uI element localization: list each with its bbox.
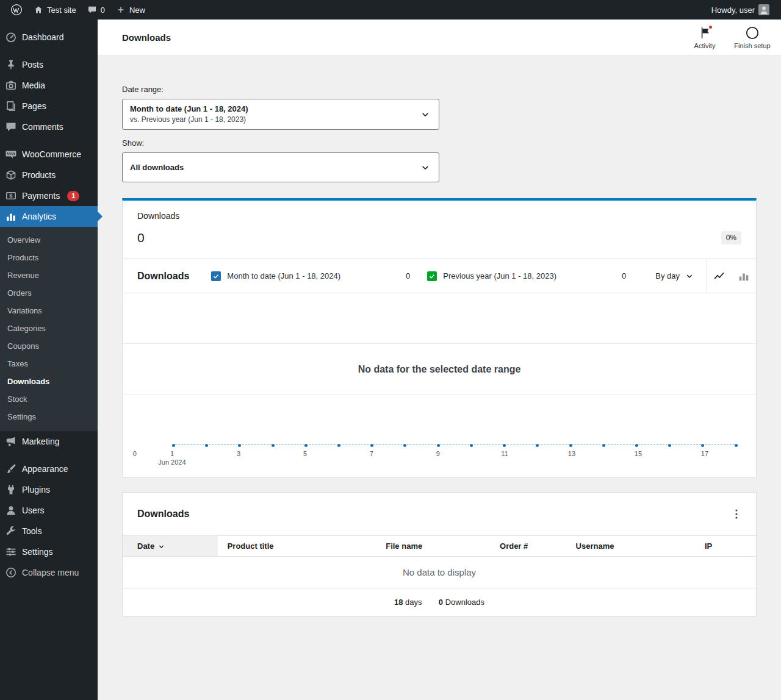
submenu-item-variations[interactable]: Variations (0, 302, 98, 320)
sort-descending-icon (157, 543, 165, 551)
activity-label: Activity (694, 42, 716, 49)
settings-icon (5, 546, 17, 558)
table-row: No data to display (123, 557, 756, 588)
collapse-arrow-icon (5, 566, 17, 579)
sidebar-item-pages[interactable]: Pages (0, 96, 98, 116)
days-label: days (405, 598, 422, 607)
bar-chart-button[interactable] (732, 259, 756, 293)
wordpress-logo[interactable] (5, 0, 28, 20)
svg-text:$: $ (9, 192, 13, 199)
downloads-table: Date Product title File name Order # Use… (123, 535, 756, 588)
sidebar-item-label: Comments (22, 122, 63, 132)
column-header-order[interactable]: Order # (490, 536, 566, 557)
sidebar-item-comments[interactable]: Comments (0, 116, 98, 137)
sidebar-item-label: Plugins (22, 485, 50, 495)
column-label: Date (137, 541, 154, 551)
comments-icon (5, 121, 17, 133)
comments-link[interactable]: 0 (82, 0, 110, 20)
submenu-item-taxes[interactable]: Taxes (0, 355, 98, 373)
tools-icon (5, 525, 17, 537)
summary-number-tile[interactable]: Downloads 0 0% (123, 201, 756, 259)
sidebar-item-label: Users (22, 505, 45, 515)
gridline (123, 343, 756, 344)
sidebar-item-label: Posts (22, 60, 43, 70)
sidebar-item-label: Payments (22, 191, 60, 201)
chevron-down-icon (420, 109, 431, 120)
x-tick: 13 (568, 450, 575, 457)
menu-separator (0, 452, 98, 459)
submenu-item-downloads[interactable]: Downloads (0, 373, 98, 390)
submenu-item-orders[interactable]: Orders (0, 284, 98, 302)
sidebar-item-label: Pages (22, 101, 46, 111)
submenu-item-stock[interactable]: Stock (0, 390, 98, 408)
submenu-item-revenue[interactable]: Revenue (0, 266, 98, 284)
sidebar-item-label: Tools (22, 526, 42, 536)
finish-setup-button[interactable]: Finish setup (729, 23, 776, 52)
date-range-compare: vs. Previous year (Jun 1 - 18, 2023) (130, 115, 411, 124)
interval-select[interactable]: By day (643, 271, 707, 281)
line-chart-button[interactable] (707, 259, 732, 293)
submenu-item-settings[interactable]: Settings (0, 408, 98, 426)
submenu-item-overview[interactable]: Overview (0, 231, 98, 249)
x-tick: 11 (501, 450, 508, 457)
submenu-item-coupons[interactable]: Coupons (0, 337, 98, 355)
sidebar-item-analytics[interactable]: Analytics (0, 206, 98, 227)
sidebar-item-users[interactable]: Users (0, 500, 98, 521)
legend-label: Previous year (Jun 1 - 18, 2023) (443, 271, 556, 280)
admin-sidebar: Dashboard Posts Media Pages Commen (0, 20, 98, 700)
page-content: Date range: Month to date (Jun 1 - 18, 2… (98, 56, 781, 641)
summary-delta-badge: 0% (721, 231, 741, 245)
show-filter-select[interactable]: All downloads (122, 152, 439, 182)
site-name-link[interactable]: Test site (28, 0, 82, 20)
column-header-ip[interactable]: IP (661, 536, 756, 557)
chart-empty-message: No data for the selected date range (123, 364, 756, 375)
table-options-button[interactable] (725, 503, 747, 525)
sidebar-item-marketing[interactable]: Marketing (0, 431, 98, 452)
show-filter-value: All downloads (130, 163, 411, 173)
sidebar-item-label: Media (22, 80, 45, 90)
menu-separator (0, 48, 98, 54)
sidebar-item-posts[interactable]: Posts (0, 54, 98, 75)
summary-label: Downloads (137, 211, 741, 221)
sidebar-item-payments[interactable]: $ Payments 1 (0, 185, 98, 206)
column-header-file-name[interactable]: File name (376, 536, 490, 557)
new-content-link[interactable]: New (110, 0, 151, 20)
x-tick: 17 (701, 450, 708, 457)
sidebar-item-woocommerce[interactable]: WooCommerce (0, 144, 98, 165)
payments-icon: $ (5, 190, 17, 202)
x-tick: 5 (303, 450, 307, 457)
submenu-item-categories[interactable]: Categories (0, 320, 98, 337)
page-header: Downloads Activity Finish setup (98, 20, 781, 56)
x-axis-month-label: Jun 2024 (158, 459, 185, 466)
sidebar-item-settings[interactable]: Settings (0, 541, 98, 562)
home-icon (34, 5, 43, 15)
sidebar-item-label: WooCommerce (22, 149, 81, 159)
sidebar-item-dashboard[interactable]: Dashboard (0, 27, 98, 48)
x-tick: 7 (370, 450, 373, 457)
legend-item-current-period[interactable]: Month to date (Jun 1 - 18, 2024) 0 (211, 271, 427, 281)
comments-count: 0 (101, 5, 105, 15)
sidebar-item-appearance[interactable]: Appearance (0, 459, 98, 479)
chart-plot-area: No data for the selected date range (123, 293, 756, 445)
woocommerce-icon (5, 148, 17, 160)
sidebar-item-products[interactable]: Products (0, 165, 98, 185)
submenu-item-products[interactable]: Products (0, 249, 98, 266)
collapse-menu-button[interactable]: Collapse menu (0, 562, 98, 583)
account-menu[interactable]: Howdy, user (706, 0, 775, 20)
date-range-select[interactable]: Month to date (Jun 1 - 18, 2024) vs. Pre… (122, 99, 439, 130)
date-range-value: Month to date (Jun 1 - 18, 2024) (130, 104, 411, 114)
column-header-date[interactable]: Date (123, 536, 218, 557)
column-header-username[interactable]: Username (566, 536, 661, 557)
sidebar-item-media[interactable]: Media (0, 75, 98, 96)
sidebar-item-tools[interactable]: Tools (0, 521, 98, 541)
legend-item-previous-period[interactable]: Previous year (Jun 1 - 18, 2023) 0 (427, 271, 643, 281)
activity-panel-button[interactable]: Activity (681, 23, 729, 52)
downloads-label: Downloads (445, 598, 484, 607)
checkbox-checked-icon[interactable] (211, 271, 221, 281)
sidebar-item-label: Appearance (22, 464, 68, 474)
checkbox-checked-icon[interactable] (427, 271, 437, 281)
menu-separator (0, 137, 98, 144)
admin-bar: Test site 0 New Howdy, user (0, 0, 781, 20)
column-header-product-title[interactable]: Product title (218, 536, 376, 557)
sidebar-item-plugins[interactable]: Plugins (0, 479, 98, 500)
